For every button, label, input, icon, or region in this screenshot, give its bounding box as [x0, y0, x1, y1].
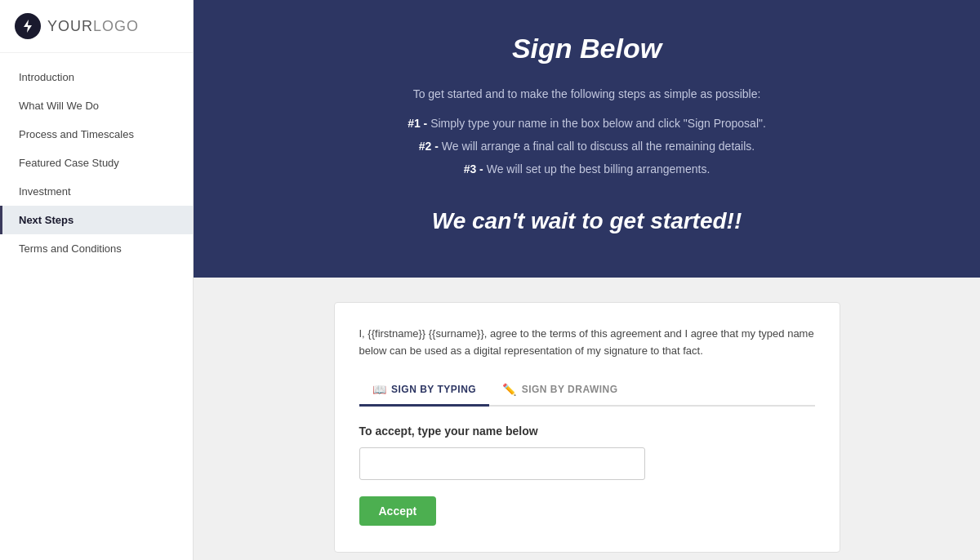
sidebar-item-featured-case-study[interactable]: Featured Case Study: [0, 149, 193, 177]
step2-text: We will arrange a final call to discuss …: [439, 140, 755, 153]
sidebar-item-terms-and-conditions[interactable]: Terms and Conditions: [0, 234, 193, 263]
drawing-icon: ✏️: [502, 383, 517, 396]
sidebar-navigation: Introduction What Will We Do Process and…: [0, 53, 193, 273]
typing-icon: 📖: [372, 383, 387, 396]
sidebar-item-investment[interactable]: Investment: [0, 177, 193, 206]
hero-step-1: #1 - Simply type your name in the box be…: [408, 117, 766, 130]
hero-intro-text: To get started and to make the following…: [413, 87, 761, 100]
svg-marker-0: [24, 20, 32, 33]
hero-section: Sign Below To get started and to make th…: [194, 0, 980, 278]
logo-text: YOURLOGO: [47, 18, 139, 35]
logo-area: YOURLOGO: [0, 0, 193, 53]
tab-drawing-label: SIGN BY DRAWING: [522, 384, 618, 395]
agreement-text: I, {{firstname}} {{surname}}, agree to t…: [359, 326, 815, 360]
tab-sign-by-drawing[interactable]: ✏️ SIGN BY DRAWING: [489, 376, 630, 407]
step1-text: Simply type your name in the box below a…: [427, 117, 766, 130]
main-content: Sign Below To get started and to make th…: [194, 0, 980, 560]
logo-icon: [15, 13, 41, 39]
step3-prefix: #3 -: [464, 162, 483, 176]
step1-prefix: #1 -: [408, 117, 427, 130]
tab-sign-by-typing[interactable]: 📖 SIGN BY TYPING: [359, 376, 490, 407]
hero-step-2: #2 - We will arrange a final call to dis…: [419, 140, 755, 153]
sidebar-item-process-and-timescales[interactable]: Process and Timescales: [0, 120, 193, 149]
sidebar-item-what-will-we-do[interactable]: What Will We Do: [0, 91, 193, 120]
name-input[interactable]: [359, 447, 645, 480]
sidebar-item-next-steps[interactable]: Next Steps: [0, 206, 193, 234]
name-field-label: To accept, type your name below: [359, 424, 815, 438]
step3-text: We will set up the best billing arrangem…: [483, 162, 710, 176]
sidebar: YOURLOGO Introduction What Will We Do Pr…: [0, 0, 194, 560]
step2-prefix: #2 -: [419, 140, 439, 153]
accept-button[interactable]: Accept: [359, 496, 437, 526]
sign-card: I, {{firstname}} {{surname}}, agree to t…: [334, 302, 840, 553]
sign-section: I, {{firstname}} {{surname}}, agree to t…: [194, 278, 980, 560]
hero-title: Sign Below: [512, 33, 662, 64]
hero-cta-text: We can't wait to get started!!: [432, 208, 742, 234]
hero-step-3: #3 - We will set up the best billing arr…: [464, 162, 710, 176]
sidebar-item-introduction[interactable]: Introduction: [0, 63, 193, 91]
sign-tabs: 📖 SIGN BY TYPING ✏️ SIGN BY DRAWING: [359, 376, 815, 407]
tab-typing-label: SIGN BY TYPING: [391, 384, 476, 395]
